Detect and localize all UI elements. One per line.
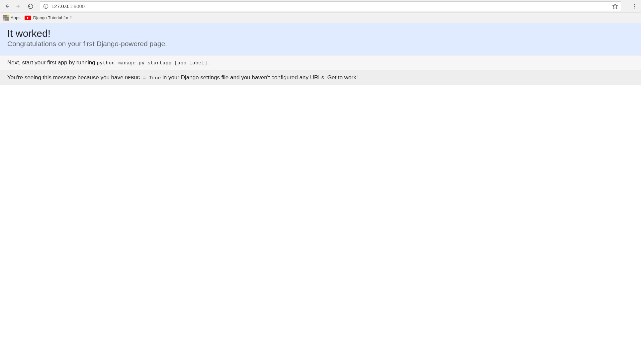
bookmark-label: Django Tutorial for B [33, 15, 73, 20]
explanation-section: You're seeing this message because you h… [0, 70, 641, 85]
url-port: :8000 [72, 3, 85, 9]
explanation-prefix: You're seeing this message because you h… [7, 74, 125, 81]
svg-point-6 [634, 4, 635, 5]
arrow-left-icon [4, 3, 10, 9]
page-content: It worked! Congratulations on your first… [0, 23, 641, 85]
arrow-right-icon [16, 3, 22, 9]
site-info-icon[interactable] [43, 3, 49, 9]
url-text: 127.0.0.1:8000 [51, 3, 609, 9]
browser-menu-button[interactable] [630, 2, 638, 10]
reload-button[interactable] [27, 2, 35, 10]
svg-point-8 [634, 7, 635, 8]
url-host: 127.0.0.1 [51, 3, 72, 9]
page-subtitle: Congratulations on your first Django-pow… [7, 40, 634, 48]
instructions-section: Next, start your first app by running py… [0, 55, 641, 70]
explanation-code: DEBUG = True [125, 75, 161, 81]
svg-point-4 [46, 5, 46, 5]
vertical-dots-icon [631, 3, 637, 9]
reload-icon [28, 3, 34, 9]
address-bar[interactable]: 127.0.0.1:8000 [40, 1, 621, 11]
bookmarks-bar: Apps Django Tutorial for B [0, 13, 641, 23]
explanation-suffix: in your Django settings file and you hav… [161, 74, 358, 81]
bookmark-star-button[interactable] [612, 3, 618, 9]
instructions-suffix: . [207, 59, 209, 66]
instructions-code: python manage.py startapp [app_label] [97, 60, 207, 66]
instructions-prefix: Next, start your first app by running [7, 59, 97, 66]
apps-grid-icon [3, 15, 9, 21]
youtube-icon [25, 16, 31, 20]
browser-toolbar: 127.0.0.1:8000 [0, 0, 641, 13]
back-button[interactable] [3, 2, 11, 10]
bookmark-item[interactable]: Django Tutorial for B [25, 15, 73, 20]
apps-shortcut[interactable]: Apps [3, 15, 21, 21]
page-heading: It worked! [7, 28, 634, 39]
svg-point-7 [634, 6, 635, 7]
apps-label: Apps [11, 15, 21, 20]
svg-marker-5 [613, 4, 618, 8]
summary-section: It worked! Congratulations on your first… [0, 23, 641, 55]
forward-button [15, 2, 23, 10]
